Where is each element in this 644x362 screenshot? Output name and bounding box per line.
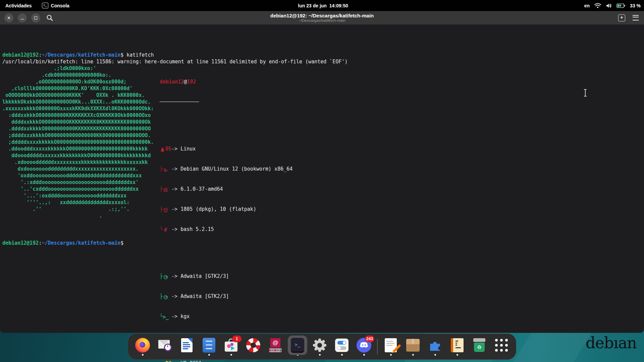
battery-percent-label: 33 % [630,3,641,8]
dock-item-console[interactable]: >_ [288,335,307,358]
menu-button[interactable] [633,15,639,20]
tweaks-toggles-icon [335,339,348,352]
prompt-line-1: debian12@192:~/Descargas/katifetch-main$… [2,52,154,58]
penguin-icon [160,146,165,153]
dock-item-extensions[interactable] [426,335,444,358]
settings-gear-icon [312,338,327,353]
info-row-packages: ├ -> 1805 (dpkg), 10 (flatpak) [160,206,299,213]
notification-badge: 1 [232,336,241,342]
debian-app-icon: @ [268,338,282,352]
dash-dock: 1 @ >_ 243 [128,334,516,360]
prompt-icon: >_ [163,314,168,320]
running-indicator [142,354,144,356]
minimize-window-button[interactable]: ─ [18,13,27,22]
battery-charging-icon [616,3,625,8]
console-app-icon: >_ [42,3,48,8]
info-row-os: OS-> Linux [160,145,299,152]
dock-item-software[interactable]: 1 [222,335,240,358]
dock-item-libreoffice-writer[interactable] [178,335,196,358]
dock-item-app-grid[interactable] [492,335,511,358]
maximize-window-button[interactable] [31,13,40,22]
running-indicator [341,354,343,356]
running-indicator [457,354,458,356]
system-info-panel: debian12@192 ───────────── OS-> Linux ├ … [160,65,299,362]
focused-app-menu[interactable]: >_ Consola [42,3,69,8]
debian-swirl-icon [163,166,168,173]
dock-item-help[interactable] [244,335,262,358]
running-indicator [230,354,232,356]
info-row-gtk-theme: ├ -> Adwaita [GTK2/3] [160,273,299,280]
text-editor-icon [385,338,397,352]
info-host: debian12@192 [160,78,299,85]
wifi-icon [594,3,601,8]
info-row-distro: ├ -> Debian GNU/Linux 12 (bookworm) x86_… [160,166,299,172]
app-grid-icon [495,339,508,352]
info-row-pc: PC-> HP 8251 [160,360,299,362]
libreoffice-writer-icon [181,338,193,352]
help-lifebuoy-icon [246,338,260,352]
dock-item-archive-manager[interactable] [404,335,422,358]
dock-item-tweaks[interactable] [333,335,351,358]
theme-eye-icon [163,274,168,280]
dock-item-firefox[interactable] [133,335,152,358]
theme-eye-icon [163,294,168,300]
debian-wallpaper-logo: debıan [586,335,637,351]
trash-icon: ♻ [473,338,485,352]
clock-calendar-button[interactable]: lun 23 de jun 14:09:50 [298,3,348,8]
text-cursor-pointer [584,89,587,97]
info-underline: ───────────── [160,99,299,105]
running-indicator [363,354,365,356]
recycle-glyph: ♻ [477,344,481,350]
prompt-line-2: debian12@192:~/Descargas/katifetch-main$ [2,240,123,246]
dock-item-characters-book[interactable] [448,335,466,358]
terminal-content[interactable]: debian12@192:~/Descargas/katifetch-main$… [0,24,644,333]
dock-item-discord[interactable]: 243 [355,335,373,358]
activities-button[interactable]: Actividades [5,3,32,8]
dock-item-files[interactable] [200,335,218,358]
search-button[interactable] [46,14,53,21]
archive-manager-icon [406,339,420,352]
dock-item-evolution[interactable] [156,335,174,358]
info-row-shell: └# -> bash 5.2.15 [160,226,299,233]
running-indicator [412,354,414,356]
dock-item-text-editor[interactable] [382,335,400,358]
info-row-terminal: └>_ -> kgx [160,313,299,320]
dock-separator [377,339,378,354]
new-tab-button[interactable]: + [618,14,625,21]
running-indicator [208,354,210,356]
katifetch-ascii-art: .;ldkO000kxo:' .cdk000000000000000ko:. ,… [2,65,154,219]
files-icon [203,338,215,353]
volume-icon [606,3,612,8]
dock-item-trash[interactable]: ♻ [470,335,488,358]
keyboard-layout-indicator[interactable]: en [584,3,590,8]
console-icon: >_ [291,338,304,353]
search-icon [46,14,53,21]
warning-line: /usr/local/bin/katifetch: line 11586: wa… [2,58,348,65]
close-window-button[interactable]: ✕ [4,13,13,22]
gnome-top-bar: Actividades >_ Consola lun 23 de jun 14:… [0,0,644,11]
characters-book-icon [451,338,464,352]
hash-icon: # [163,227,168,233]
package-icon [163,206,168,213]
running-indicator [434,354,436,356]
extensions-puzzle-icon [428,338,442,353]
info-row-icon-theme: ├ -> Adwaita [GTK2/3] [160,293,299,300]
info-row-kernel: ├ -> 6.1.0-37-amd64 [160,186,299,192]
console-header-bar[interactable]: ✕ ─ debian12@192: ~/Descargas/katifetch-… [0,11,644,24]
evolution-mail-icon [158,339,172,351]
status-area[interactable]: en 33 % [348,3,644,8]
gear-icon [163,186,168,193]
laptop-icon [160,361,165,362]
dock-item-settings[interactable] [311,335,329,358]
firefox-icon [135,338,150,353]
running-indicator [390,354,392,356]
running-indicator [319,354,321,356]
dock-item-debian-app[interactable]: @ [266,335,284,358]
notification-badge: 243 [365,336,374,342]
window-title: debian12@192: ~/Descargas/katifetch-main… [0,11,644,24]
